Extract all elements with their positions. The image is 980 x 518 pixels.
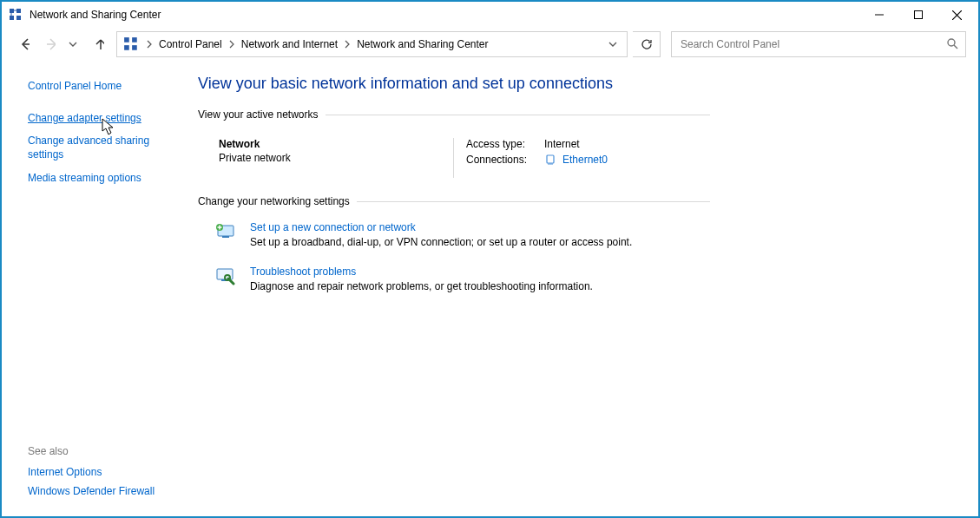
setup-connection-desc: Set up a broadband, dial-up, or VPN conn… <box>250 236 632 248</box>
maximize-icon <box>914 10 923 19</box>
forward-arrow-icon <box>45 37 56 51</box>
location-icon <box>123 36 139 52</box>
search-icon[interactable] <box>946 37 958 52</box>
chevron-right-icon <box>345 40 350 49</box>
search-box[interactable] <box>671 31 966 57</box>
troubleshoot-link[interactable]: Troubleshoot problems <box>250 266 356 278</box>
close-icon <box>952 10 962 20</box>
media-streaming-link[interactable]: Media streaming options <box>28 171 175 185</box>
connections-label: Connections: <box>466 154 541 166</box>
close-button[interactable] <box>937 3 977 27</box>
page-heading: View your basic network information and … <box>198 75 963 93</box>
see-also-heading: See also <box>28 445 175 457</box>
up-button[interactable] <box>89 34 109 55</box>
chevron-down-icon <box>608 40 617 49</box>
svg-rect-15 <box>132 45 137 50</box>
active-network-row: Network Private network Access type: Int… <box>198 129 710 195</box>
chevron-right-icon <box>147 40 152 49</box>
search-input[interactable] <box>679 37 946 51</box>
change-advanced-sharing-link[interactable]: Change advanced sharing settings <box>28 134 175 161</box>
svg-rect-13 <box>132 37 137 43</box>
address-dropdown-button[interactable] <box>602 40 623 49</box>
troubleshoot-desc: Diagnose and repair network problems, or… <box>250 280 593 292</box>
active-networks-label: View your active networks <box>198 108 710 121</box>
up-arrow-icon <box>94 37 104 51</box>
titlebar: Network and Sharing Center <box>2 2 978 28</box>
breadcrumb-network-internet[interactable]: Network and Internet <box>240 38 339 50</box>
setup-connection-icon <box>214 221 238 242</box>
history-dropdown-button[interactable] <box>62 34 83 55</box>
change-adapter-settings-link[interactable]: Change adapter settings <box>28 111 175 125</box>
svg-point-16 <box>948 39 955 46</box>
refresh-button[interactable] <box>633 31 661 57</box>
svg-rect-7 <box>914 11 922 19</box>
minimize-button[interactable] <box>859 3 898 27</box>
svg-rect-18 <box>547 155 554 163</box>
troubleshoot-icon <box>214 266 238 286</box>
breadcrumb-network-sharing[interactable]: Network and Sharing Center <box>355 38 490 50</box>
ethernet-icon <box>544 154 556 166</box>
access-type-value: Internet <box>544 138 580 150</box>
breadcrumb-separator[interactable] <box>226 40 238 49</box>
svg-rect-14 <box>124 45 129 50</box>
back-arrow-icon <box>19 37 30 51</box>
svg-rect-3 <box>16 16 21 20</box>
back-button[interactable] <box>14 34 35 55</box>
refresh-icon <box>641 38 653 50</box>
svg-rect-1 <box>16 9 21 13</box>
breadcrumb-separator[interactable] <box>341 40 353 49</box>
svg-rect-12 <box>124 37 129 43</box>
network-type: Private network <box>219 152 453 164</box>
setup-connection-link[interactable]: Set up a new connection or network <box>250 221 416 233</box>
minimize-icon <box>875 10 884 19</box>
firewall-link[interactable]: Windows Defender Firewall <box>28 485 175 497</box>
nav-row: Control Panel Network and Internet Netwo… <box>2 28 978 66</box>
address-bar[interactable]: Control Panel Network and Internet Netwo… <box>116 31 628 57</box>
svg-rect-0 <box>10 9 14 13</box>
svg-rect-23 <box>222 236 229 238</box>
settings-section-label: Change your networking settings <box>198 195 710 207</box>
app-icon <box>9 8 23 22</box>
task-setup-connection: Set up a new connection or network Set u… <box>198 216 710 260</box>
task-troubleshoot: Troubleshoot problems Diagnose and repai… <box>198 260 710 305</box>
main-content: View your basic network information and … <box>184 66 978 516</box>
chevron-down-icon <box>69 40 77 49</box>
svg-rect-2 <box>10 16 14 20</box>
chevron-right-icon <box>229 40 234 49</box>
sidebar: Control Panel Home Change adapter settin… <box>2 66 184 516</box>
breadcrumb-control-panel[interactable]: Control Panel <box>157 38 224 50</box>
window-title: Network and Sharing Center <box>30 9 161 21</box>
forward-button[interactable] <box>40 34 61 55</box>
internet-options-link[interactable]: Internet Options <box>28 466 175 478</box>
network-name: Network <box>219 138 453 150</box>
maximize-button[interactable] <box>898 3 937 27</box>
access-type-label: Access type: <box>466 138 541 150</box>
breadcrumb-separator[interactable] <box>143 40 155 49</box>
connection-link[interactable]: Ethernet0 <box>562 154 608 166</box>
control-panel-home-link[interactable]: Control Panel Home <box>28 80 175 92</box>
svg-line-17 <box>954 45 957 49</box>
